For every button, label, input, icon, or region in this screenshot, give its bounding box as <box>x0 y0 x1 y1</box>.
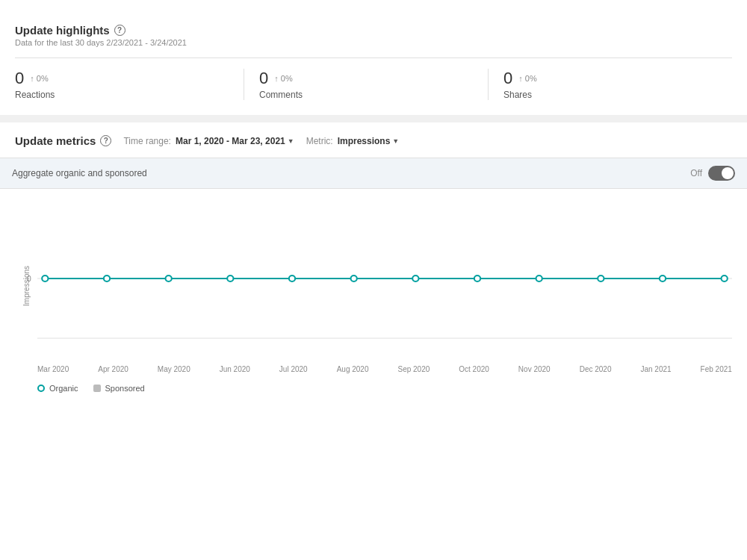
x-label-9: Nov 2020 <box>518 365 551 373</box>
x-label-6: Aug 2020 <box>337 365 369 373</box>
x-label-10: Dec 2020 <box>580 365 612 373</box>
reactions-number: 0 <box>15 69 24 88</box>
chart-legend: Organic Sponsored <box>37 384 732 408</box>
chart-container: Impressions 0 <box>0 189 747 398</box>
toggle-container: Off <box>690 166 735 181</box>
legend-sponsored-icon <box>93 385 101 392</box>
x-label-8: Oct 2020 <box>459 365 489 373</box>
reactions-change: ↑ 0% <box>30 74 48 83</box>
svg-text:0: 0 <box>27 275 31 283</box>
highlights-subtitle: Data for the last 30 days 2/23/2021 - 3/… <box>15 38 732 47</box>
highlights-section: Update highlights ? Data for the last 30… <box>15 15 732 100</box>
highlights-help-icon[interactable]: ? <box>114 25 125 36</box>
x-label-12: Feb 2021 <box>701 365 732 373</box>
metrics-title-text: Update metrics <box>15 134 96 147</box>
x-label-7: Sep 2020 <box>397 365 430 373</box>
metrics-title: Update metrics ? <box>15 134 111 147</box>
comments-number: 0 <box>259 69 268 88</box>
metric-value: Impressions <box>338 136 391 146</box>
legend-sponsored: Sponsored <box>93 384 145 393</box>
stat-shares: 0 ↑ 0% Shares <box>488 69 732 100</box>
page-container: Update highlights ? Data for the last 30… <box>0 0 747 560</box>
dot-12 <box>722 276 728 281</box>
time-range-label: Time range: <box>123 136 171 146</box>
section-divider <box>0 115 747 122</box>
metric-arrow: ▼ <box>392 137 399 145</box>
time-range-value: Mar 1, 2020 - Mar 23, 2021 <box>176 136 285 146</box>
time-range-dropdown[interactable]: Mar 1, 2020 - Mar 23, 2021 ▼ <box>176 136 294 146</box>
toggle-off-label: Off <box>690 168 702 178</box>
dot-6 <box>351 276 357 281</box>
metric-filter: Metric: Impressions ▼ <box>306 136 400 146</box>
time-range-filter: Time range: Mar 1, 2020 - Mar 23, 2021 ▼ <box>123 136 294 146</box>
dot-11 <box>660 276 666 281</box>
dot-2 <box>104 276 110 281</box>
x-axis-labels: Mar 2020 Apr 2020 May 2020 Jun 2020 Jul … <box>37 361 732 373</box>
dot-4 <box>227 276 233 281</box>
stat-comments: 0 ↑ 0% Comments <box>244 69 488 100</box>
comments-change: ↑ 0% <box>274 74 292 83</box>
x-label-11: Jan 2021 <box>640 365 671 373</box>
stat-reactions: 0 ↑ 0% Reactions <box>15 69 244 100</box>
reactions-value-group: 0 ↑ 0% <box>15 69 229 88</box>
highlights-stats: 0 ↑ 0% Reactions 0 ↑ 0% Comments 0 ↑ 0% <box>15 57 732 100</box>
dot-10 <box>598 276 604 281</box>
dot-7 <box>412 276 418 281</box>
metric-dropdown[interactable]: Impressions ▼ <box>338 136 400 146</box>
comments-label: Comments <box>259 90 473 100</box>
x-label-3: May 2020 <box>158 365 190 373</box>
x-label-4: Jun 2020 <box>220 365 250 373</box>
dot-1 <box>42 276 48 281</box>
metrics-section: Update metrics ? Time range: Mar 1, 2020… <box>15 122 732 398</box>
highlights-title-text: Update highlights <box>15 24 110 37</box>
reactions-label: Reactions <box>15 90 229 100</box>
dot-5 <box>289 276 295 281</box>
shares-number: 0 <box>503 69 512 88</box>
x-label-5: Jul 2020 <box>279 365 308 373</box>
legend-organic-label: Organic <box>49 384 78 393</box>
time-range-arrow: ▼ <box>288 137 294 145</box>
shares-label: Shares <box>503 90 717 100</box>
metric-label: Metric: <box>306 136 333 146</box>
dot-8 <box>474 276 480 281</box>
metrics-header: Update metrics ? Time range: Mar 1, 2020… <box>15 134 732 147</box>
chart-svg-wrapper: 0 <box>37 211 732 361</box>
legend-sponsored-label: Sponsored <box>105 384 145 393</box>
dot-9 <box>536 276 542 281</box>
legend-organic-icon <box>37 385 45 392</box>
chart-svg: 0 <box>37 211 732 346</box>
aggregate-bar: Aggregate organic and sponsored Off <box>0 158 747 189</box>
shares-change: ↑ 0% <box>518 74 536 83</box>
dot-3 <box>166 276 172 281</box>
metrics-help-icon[interactable]: ? <box>100 135 111 146</box>
legend-organic: Organic <box>37 384 78 393</box>
x-label-2: Apr 2020 <box>98 365 128 373</box>
y-axis-label: Impressions <box>22 266 31 306</box>
aggregate-toggle[interactable] <box>708 166 735 181</box>
x-label-1: Mar 2020 <box>37 365 69 373</box>
aggregate-label: Aggregate organic and sponsored <box>12 168 147 178</box>
highlights-title: Update highlights ? <box>15 24 732 37</box>
comments-value-group: 0 ↑ 0% <box>259 69 473 88</box>
shares-value-group: 0 ↑ 0% <box>503 69 717 88</box>
